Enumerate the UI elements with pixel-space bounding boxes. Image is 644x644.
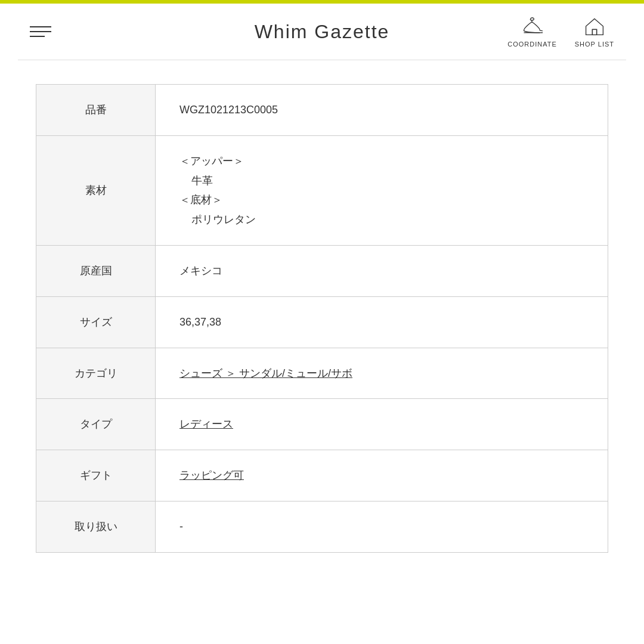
table-row: タイプ レディース xyxy=(36,399,608,450)
upper-value: 牛革 xyxy=(179,172,590,190)
table-row: 素材 ＜アッパー＞ 牛革 ＜底材＞ ポリウレタン xyxy=(36,135,608,245)
svg-rect-2 xyxy=(592,29,596,35)
upper-label: ＜アッパー＞ xyxy=(179,153,590,170)
header: Whim Gazette COORDINATE SHOP LIST xyxy=(0,4,644,60)
table-row: カテゴリ シューズ ＞ サンダル/ミュール/サボ xyxy=(36,348,608,399)
row-value-sozai: ＜アッパー＞ 牛革 ＜底材＞ ポリウレタン xyxy=(156,135,608,245)
table-row: 取り扱い - xyxy=(36,501,608,552)
row-label-gensankoku: 原産国 xyxy=(36,245,156,296)
row-value-toriatsukai: - xyxy=(156,501,608,552)
row-value-hinban: WGZ1021213C0005 xyxy=(156,85,608,136)
table-row: サイズ 36,37,38 xyxy=(36,296,608,348)
coordinate-nav-item[interactable]: COORDINATE xyxy=(507,16,557,48)
table-row: 品番 WGZ1021213C0005 xyxy=(36,85,608,136)
hamburger-line-3 xyxy=(30,36,45,37)
row-label-hinban: 品番 xyxy=(36,85,156,136)
category-link[interactable]: シューズ ＞ サンダル/ミュール/サボ xyxy=(179,367,352,379)
hamburger-line-2 xyxy=(30,31,51,32)
bottom-label: ＜底材＞ xyxy=(179,191,590,209)
main-content: 品番 WGZ1021213C0005 素材 ＜アッパー＞ 牛革 ＜底材＞ ポリウ… xyxy=(0,60,644,577)
row-value-gift: ラッピング可 xyxy=(156,450,608,501)
row-label-type: タイプ xyxy=(36,399,156,450)
shoplist-label: SHOP LIST xyxy=(575,41,614,48)
site-logo[interactable]: Whim Gazette xyxy=(255,21,390,43)
gift-link[interactable]: ラッピング可 xyxy=(179,469,244,481)
hamburger-menu[interactable] xyxy=(30,26,51,37)
row-label-sozai: 素材 xyxy=(36,135,156,245)
type-link[interactable]: レディース xyxy=(179,418,233,430)
material-content: ＜アッパー＞ 牛革 ＜底材＞ ポリウレタン xyxy=(179,153,590,228)
row-label-toriatsukai: 取り扱い xyxy=(36,501,156,552)
nav-icons: COORDINATE SHOP LIST xyxy=(507,16,614,48)
row-value-gensankoku: メキシコ xyxy=(156,245,608,296)
shoplist-nav-item[interactable]: SHOP LIST xyxy=(575,16,614,48)
home-icon xyxy=(584,16,605,37)
product-table: 品番 WGZ1021213C0005 素材 ＜アッパー＞ 牛革 ＜底材＞ ポリウ… xyxy=(36,84,608,553)
table-row: ギフト ラッピング可 xyxy=(36,450,608,501)
row-label-category: カテゴリ xyxy=(36,348,156,399)
row-label-gift: ギフト xyxy=(36,450,156,501)
coordinate-label: COORDINATE xyxy=(507,41,557,48)
table-row: 原産国 メキシコ xyxy=(36,245,608,296)
row-label-size: サイズ xyxy=(36,296,156,348)
row-value-type: レディース xyxy=(156,399,608,450)
row-value-category: シューズ ＞ サンダル/ミュール/サボ xyxy=(156,348,608,399)
row-value-size: 36,37,38 xyxy=(156,296,608,348)
hanger-icon xyxy=(521,16,543,37)
bottom-value: ポリウレタン xyxy=(179,211,590,228)
hamburger-line-1 xyxy=(30,26,51,27)
svg-marker-1 xyxy=(586,18,603,35)
